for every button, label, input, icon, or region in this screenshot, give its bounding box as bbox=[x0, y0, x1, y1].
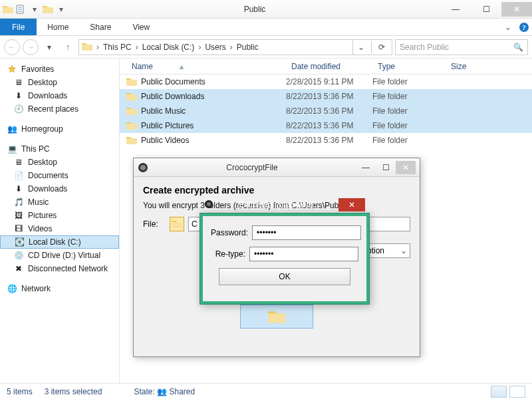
window-titlebar: ▾ ▾ Public — ☐ ✕ bbox=[0, 0, 532, 19]
sidebar-item-desktop[interactable]: 🖥Desktop bbox=[0, 76, 119, 89]
breadcrumb-segment[interactable]: Users bbox=[205, 43, 225, 52]
view-tab[interactable]: View bbox=[122, 19, 160, 35]
file-date: 8/22/2013 5:36 PM bbox=[286, 106, 372, 116]
pictures-icon: 🖼 bbox=[13, 210, 24, 221]
dialog-titlebar[interactable]: CrococryptFile — ☐ ✕ bbox=[134, 158, 420, 177]
ribbon: File Home Share View ⌄ ? bbox=[0, 19, 532, 36]
folder-icon bbox=[3, 4, 13, 15]
sidebar-item-videos[interactable]: 🎞Videos bbox=[0, 222, 119, 235]
recent-locations-button[interactable]: ▾ bbox=[41, 39, 57, 55]
folder-icon bbox=[126, 121, 137, 130]
dialog-heading: Create encrypted archive bbox=[143, 185, 410, 196]
folder-icon bbox=[82, 42, 92, 53]
recent-icon: 🕘 bbox=[13, 104, 24, 114]
refresh-icon[interactable]: ⟳ bbox=[374, 43, 389, 52]
videos-icon: 🎞 bbox=[13, 223, 24, 234]
column-name[interactable]: Name▴ bbox=[126, 62, 286, 71]
password-dialog-titlebar[interactable]: Encryption password ✕ bbox=[200, 198, 369, 212]
svg-text:?: ? bbox=[522, 23, 526, 31]
breadcrumb-segment[interactable]: Local Disk (C:) bbox=[142, 43, 195, 52]
up-button[interactable]: ↑ bbox=[60, 39, 76, 55]
file-row[interactable]: Public Music8/22/2013 5:36 PMFile folder bbox=[120, 104, 532, 118]
minimize-button[interactable]: — bbox=[440, 2, 471, 17]
dialog-close-button[interactable]: ✕ bbox=[396, 161, 416, 174]
target-folder-preview bbox=[240, 305, 313, 329]
status-selected-count: 3 items selected bbox=[45, 387, 102, 396]
svg-point-3 bbox=[140, 165, 146, 170]
file-type: File folder bbox=[372, 77, 446, 86]
breadcrumb-segment[interactable]: Public bbox=[237, 43, 259, 52]
sidebar-item-disconnected-net[interactable]: ✖Disconnected Network bbox=[0, 262, 119, 275]
column-date[interactable]: Date modified bbox=[286, 62, 372, 71]
dialog-minimize-button[interactable]: — bbox=[356, 161, 376, 174]
password-input[interactable] bbox=[252, 225, 361, 240]
password-dialog-close-button[interactable]: ✕ bbox=[338, 198, 365, 211]
chevron-down-icon[interactable]: ▾ bbox=[56, 4, 66, 15]
music-icon: 🎵 bbox=[13, 197, 24, 207]
folder-open-icon[interactable] bbox=[43, 4, 53, 15]
maximize-button[interactable]: ☐ bbox=[471, 2, 501, 17]
network-group[interactable]: 🌐Network bbox=[0, 282, 119, 295]
breadcrumb-segment[interactable]: This PC bbox=[103, 43, 132, 52]
browse-folder-button[interactable] bbox=[170, 217, 184, 231]
breadcrumb-separator bbox=[95, 43, 100, 52]
favorites-group[interactable]: Favorites bbox=[0, 63, 119, 76]
close-button[interactable]: ✕ bbox=[501, 2, 532, 17]
column-type[interactable]: Type bbox=[372, 62, 446, 71]
app-icon bbox=[204, 200, 213, 211]
dialog-maximize-button[interactable]: ☐ bbox=[376, 161, 396, 174]
chevron-down-icon: ⌄ bbox=[400, 246, 407, 255]
file-tab[interactable]: File bbox=[0, 19, 37, 35]
home-tab[interactable]: Home bbox=[37, 19, 79, 35]
folder-icon bbox=[126, 136, 137, 145]
homegroup-item[interactable]: 👥Homegroup bbox=[0, 122, 119, 136]
file-name: Public Documents bbox=[141, 77, 205, 86]
forward-button[interactable]: → bbox=[23, 39, 39, 55]
chevron-down-icon[interactable]: ▾ bbox=[29, 4, 40, 15]
computer-icon: 💻 bbox=[7, 144, 17, 154]
retype-input[interactable] bbox=[249, 247, 358, 261]
sidebar-item-desktop[interactable]: 🖥Desktop bbox=[0, 156, 119, 169]
ok-button[interactable]: OK bbox=[219, 268, 350, 285]
file-row[interactable]: Public Pictures8/22/2013 5:36 PMFile fol… bbox=[120, 118, 532, 133]
file-type: File folder bbox=[372, 136, 446, 145]
back-button[interactable]: ← bbox=[4, 39, 20, 55]
column-size[interactable]: Size bbox=[446, 62, 499, 71]
sidebar-item-recent[interactable]: 🕘Recent places bbox=[0, 102, 119, 116]
quick-access-toolbar: ▾ ▾ bbox=[0, 4, 69, 15]
breadcrumb[interactable]: This PC Local Disk (C:) Users Public ⌄ ⟳ bbox=[78, 39, 392, 55]
folder-icon bbox=[126, 106, 137, 116]
details-view-button[interactable] bbox=[491, 386, 507, 398]
homegroup-icon: 👥 bbox=[7, 124, 17, 134]
drive-icon: 💽 bbox=[14, 237, 25, 247]
documents-icon: 📄 bbox=[13, 170, 24, 181]
sidebar-item-cd-drive[interactable]: 💿CD Drive (D:) Virtual bbox=[0, 249, 119, 262]
status-bar: 5 items 3 items selected State: 👥 Shared bbox=[0, 383, 532, 399]
search-icon: 🔍 bbox=[513, 43, 523, 52]
address-bar-row: ← → ▾ ↑ This PC Local Disk (C:) Users Pu… bbox=[0, 36, 532, 59]
password-dialog: Encryption password ✕ Password: Re-type:… bbox=[200, 213, 370, 305]
sidebar-item-downloads[interactable]: ⬇Downloads bbox=[0, 182, 119, 196]
ribbon-expand-icon[interactable]: ⌄ bbox=[500, 19, 516, 35]
sidebar-item-pictures[interactable]: 🖼Pictures bbox=[0, 209, 119, 222]
file-date: 8/22/2013 5:36 PM bbox=[286, 136, 372, 145]
file-label: File: bbox=[143, 219, 166, 229]
file-type: File folder bbox=[372, 121, 446, 130]
thumbnails-view-button[interactable] bbox=[509, 386, 525, 398]
sidebar-item-documents[interactable]: 📄Documents bbox=[0, 169, 119, 182]
file-name: Public Music bbox=[141, 106, 186, 116]
folder-icon bbox=[126, 77, 137, 86]
address-dropdown-icon[interactable]: ⌄ bbox=[352, 39, 368, 55]
sidebar-item-local-disk[interactable]: 💽Local Disk (C:) bbox=[0, 235, 119, 249]
sidebar-item-music[interactable]: 🎵Music bbox=[0, 196, 119, 209]
file-row[interactable]: Public Videos8/22/2013 5:36 PMFile folde… bbox=[120, 133, 532, 148]
share-tab[interactable]: Share bbox=[79, 19, 122, 35]
new-folder-icon[interactable] bbox=[16, 4, 27, 15]
search-input[interactable]: Search Public 🔍 bbox=[395, 39, 528, 55]
help-icon[interactable]: ? bbox=[516, 19, 532, 35]
sidebar-item-downloads[interactable]: ⬇Downloads bbox=[0, 89, 119, 102]
this-pc-group[interactable]: 💻This PC bbox=[0, 142, 119, 156]
file-name: Public Videos bbox=[141, 136, 190, 145]
file-row[interactable]: Public Documents2/28/2015 9:11 PMFile fo… bbox=[120, 74, 532, 89]
file-row[interactable]: Public Downloads8/22/2013 5:36 PMFile fo… bbox=[120, 89, 532, 104]
